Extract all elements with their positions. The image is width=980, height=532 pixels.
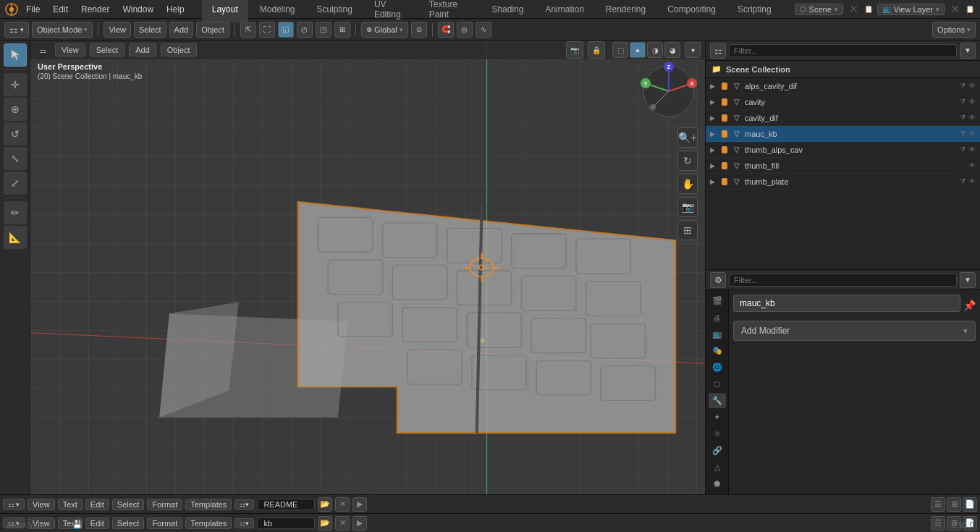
bb1-list-icon[interactable]: ☰ — [931, 497, 945, 512]
menu-edit[interactable]: Edit — [47, 3, 74, 16]
viewport-editor-type[interactable]: ⚏ — [35, 42, 51, 58]
filter-icon-1[interactable]: ⧩ — [960, 82, 966, 90]
editor-type-button[interactable]: ⚏ ▾ — [4, 22, 29, 38]
bb2-file-browse[interactable]: 📂 — [318, 516, 332, 531]
outliner-item-cavity[interactable]: ▶ ▽ cavity ⧩ 👁 — [706, 94, 980, 110]
filter-icon-3[interactable]: ⧩ — [960, 114, 966, 122]
properties-editor-type[interactable]: ⚙ — [710, 272, 726, 288]
filter-icon-5[interactable]: ⧩ — [960, 145, 966, 154]
menu-render[interactable]: Render — [75, 3, 115, 16]
prop-output-icon[interactable]: 🖨 — [709, 310, 726, 325]
pin-icon[interactable]: 📌 — [963, 300, 976, 311]
prop-render-icon[interactable]: 🎬 — [709, 293, 726, 308]
bb1-editor-type[interactable]: ⚏▾ — [3, 499, 25, 510]
bb2-close[interactable]: ✕ — [335, 516, 350, 531]
bb2-list-icon[interactable]: ☰ — [931, 516, 945, 531]
filter-icon-4[interactable]: ⧩ — [960, 130, 966, 138]
viewport-select-menu[interactable]: Select — [90, 43, 125, 56]
snapping-icon[interactable]: 🧲 — [438, 22, 454, 38]
prop-material-icon[interactable]: ⬟ — [709, 476, 726, 491]
viewport-view-menu[interactable]: View — [55, 43, 85, 56]
visibility-icon-5[interactable]: 👁 — [968, 145, 976, 153]
tab-compositing[interactable]: Compositing — [657, 0, 726, 22]
shading-options-icon[interactable]: ▾ — [685, 42, 701, 58]
pan-button[interactable]: ✋ — [677, 174, 698, 194]
prop-world-icon[interactable]: 🌐 — [709, 360, 726, 375]
tab-modeling[interactable]: Modeling — [250, 0, 305, 22]
viewport-camera-icon[interactable]: 📷 — [566, 41, 583, 59]
bb2-play[interactable]: ▶ — [352, 516, 367, 531]
move-tool-button[interactable]: ⊕ — [4, 98, 27, 121]
transform-icon-1[interactable]: ⇱ — [240, 22, 256, 38]
cursor-tool-button[interactable]: ✛ — [4, 73, 27, 96]
shading-wire-icon[interactable]: ⬚ — [612, 42, 628, 58]
outliner-item-alps-cavity-dif[interactable]: ▶ ▽ alps_cavity_dif ⧩ 👁 — [706, 78, 980, 94]
prop-viewlayer-icon[interactable]: 📺 — [709, 326, 726, 342]
tab-texture-paint[interactable]: Texture Paint — [419, 0, 481, 22]
prop-physics-icon[interactable]: ⚛ — [709, 426, 726, 442]
bb2-select[interactable]: Select — [112, 518, 145, 529]
object-mode-selector[interactable]: Object Mode ▾ — [32, 22, 93, 38]
tab-layout[interactable]: Layout — [202, 0, 248, 22]
measure-tool-button[interactable]: 📐 — [4, 226, 27, 249]
rotate-tool-button[interactable]: ↺ — [4, 122, 27, 145]
orbit-button[interactable]: ↻ — [677, 151, 698, 171]
annotate-tool-button[interactable]: ✏ — [4, 201, 27, 224]
shading-material-icon[interactable]: ◕ — [664, 42, 680, 58]
viewport-3d[interactable]: ⚏ View Select Add Object 📷 🔒 ⬚ ● ◑ ◕ ▾ — [30, 41, 705, 494]
object-menu-button[interactable]: Object — [196, 22, 229, 38]
options-button[interactable]: Options ▾ — [932, 22, 976, 38]
bb1-file-browse[interactable]: 📂 — [318, 497, 332, 512]
outliner-search-input[interactable] — [729, 44, 957, 57]
transform-tool-button[interactable]: ⤢ — [4, 172, 27, 195]
prop-particles-icon[interactable]: ✦ — [709, 410, 726, 425]
pivot-point-icon[interactable]: ⊙ — [411, 22, 427, 38]
prop-modifier-icon[interactable]: 🔧 — [709, 393, 726, 408]
viewport-lock-icon[interactable]: 🔒 — [588, 41, 605, 59]
outliner-item-thumb-fill[interactable]: ▶ ▽ thumb_fill 👁 — [706, 158, 980, 174]
outliner-item-thumb-plate[interactable]: ▶ ▽ thumb_plate ⧩ 👁 — [706, 174, 980, 190]
bb1-page-icon[interactable]: 📄 — [963, 497, 977, 512]
visibility-icon-6[interactable]: 👁 — [968, 161, 976, 169]
properties-filter-icon[interactable]: ▼ — [960, 272, 976, 288]
bb1-list2-icon[interactable]: ⊞ — [947, 497, 961, 512]
tab-rendering[interactable]: Rendering — [596, 0, 656, 22]
bb1-text[interactable]: Text — [58, 499, 83, 510]
properties-search-input[interactable] — [729, 274, 957, 287]
tab-scripting[interactable]: Scripting — [727, 0, 782, 22]
prop-constraints-icon[interactable]: 🔗 — [709, 443, 726, 458]
visibility-icon-7[interactable]: 👁 — [968, 177, 976, 185]
proportional2-icon[interactable]: ∿ — [476, 22, 491, 38]
visibility-icon-4[interactable]: 👁 — [968, 130, 976, 138]
bb1-play[interactable]: ▶ — [352, 497, 367, 512]
view-menu-button[interactable]: View — [104, 22, 131, 38]
bb2-selector[interactable]: ⚏▾ — [235, 518, 254, 528]
tab-uv-editing[interactable]: UV Editing — [364, 0, 418, 22]
shading-solid-icon[interactable]: ● — [630, 42, 646, 58]
outliner-item-mauc-kb[interactable]: ▶ ▽ mauc_kb ⧩ 👁 — [706, 126, 980, 142]
add-menu-button[interactable]: Add — [169, 22, 194, 38]
bb1-selector[interactable]: ⚏▾ — [235, 499, 254, 510]
menu-file[interactable]: File — [20, 3, 46, 16]
visibility-icon-2[interactable]: 👁 — [968, 98, 976, 106]
outliner-filter-icon[interactable]: ▼ — [960, 43, 976, 59]
camera-button[interactable]: 📷 — [677, 197, 698, 217]
menu-window[interactable]: Window — [117, 3, 159, 16]
transform-icon-2[interactable]: ⛶ — [259, 22, 275, 38]
menu-help[interactable]: Help — [161, 3, 190, 16]
view-layer-selector[interactable]: 📺 View Layer ▾ — [877, 4, 945, 15]
scene-selector[interactable]: ⬡ Scene ▾ — [795, 4, 843, 15]
tab-animation[interactable]: Animation — [535, 0, 594, 22]
viewport-add-menu[interactable]: Add — [129, 43, 156, 56]
transform-orientation-selector[interactable]: ⊕ Global ▾ — [361, 22, 408, 38]
transform-icon-3[interactable]: ◱ — [278, 22, 294, 38]
proportional-icon[interactable]: ◎ — [457, 22, 473, 38]
visibility-icon-1[interactable]: 👁 — [968, 82, 976, 90]
bb1-edit[interactable]: Edit — [85, 499, 109, 510]
transform-icon-6[interactable]: ⊞ — [334, 22, 350, 38]
transform-icon-4[interactable]: ◴ — [297, 22, 313, 38]
bb1-select[interactable]: Select — [112, 499, 145, 510]
prop-scene-icon[interactable]: 🎭 — [709, 343, 726, 358]
bb2-edit[interactable]: Edit — [85, 518, 109, 529]
tab-sculpting[interactable]: Sculpting — [307, 0, 363, 22]
